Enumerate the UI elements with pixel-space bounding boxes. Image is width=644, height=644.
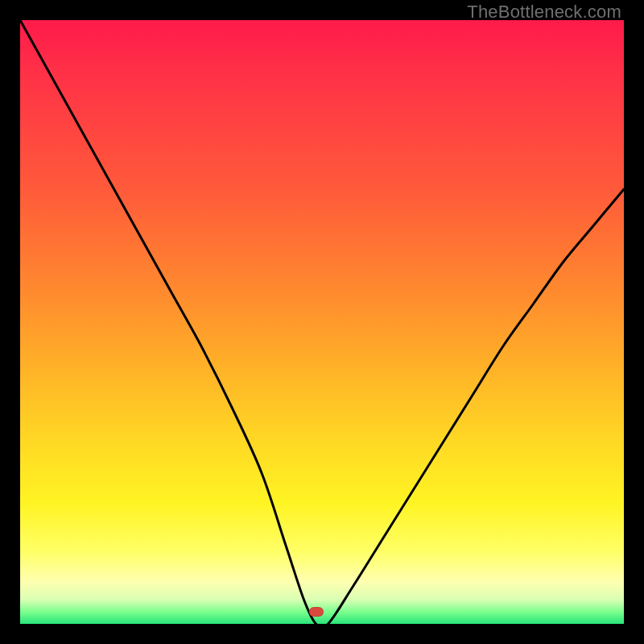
bottleneck-curve	[20, 20, 624, 624]
chart-frame: TheBottleneck.com	[0, 0, 644, 644]
curve-path	[20, 20, 624, 628]
optimal-point-marker	[309, 607, 324, 617]
plot-area	[20, 20, 624, 624]
